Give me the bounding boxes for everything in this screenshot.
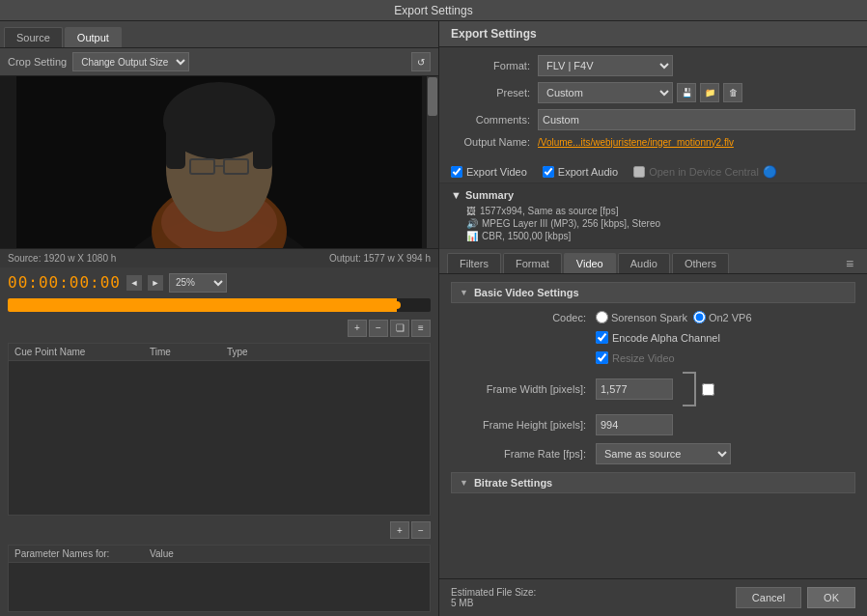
left-panel: Source Output Crop Setting Change Output… — [0, 21, 439, 616]
bitrate-collapse-icon[interactable]: ▼ — [460, 478, 468, 488]
remove-param-button[interactable]: − — [411, 521, 431, 539]
preview-image — [16, 76, 422, 248]
prev-frame-button[interactable]: ◄ — [126, 275, 142, 291]
cue-col-time-header: Time — [144, 347, 221, 357]
output-name-label: Output Name: — [451, 136, 538, 148]
source-dimensions: Source: 1920 w X 1080 h — [8, 253, 116, 264]
tab-format[interactable]: Format — [503, 253, 562, 273]
output-name-row: Output Name: /Volume...its/webjuristene/… — [451, 136, 855, 148]
estimated-label: Estimated File Size: — [451, 587, 536, 598]
next-frame-button[interactable]: ► — [148, 275, 163, 291]
more-cue-button[interactable]: ≡ — [411, 320, 431, 337]
progress-fill — [8, 298, 397, 312]
encode-alpha-label: Encode Alpha Channel — [612, 332, 720, 344]
resize-video-checkbox[interactable] — [596, 351, 608, 364]
preview-scrollbar[interactable] — [427, 76, 438, 248]
duplicate-cue-button[interactable]: ❑ — [390, 320, 409, 337]
param-header: Parameter Names for: Value — [9, 546, 430, 563]
tab-filters[interactable]: Filters — [447, 253, 501, 273]
delete-preset-button[interactable]: 🗑 — [723, 83, 742, 102]
format-control: FLV | F4V — [538, 55, 855, 76]
cue-table: Cue Point Name Time Type — [8, 343, 431, 517]
summary-item-1: 🔊 MPEG Layer III (MP3), 256 [kbps], Ster… — [451, 217, 855, 230]
tab-output[interactable]: Output — [65, 27, 122, 47]
frame-rate-label: Frame Rate [fps]: — [451, 448, 596, 460]
add-cue-button[interactable]: + — [348, 320, 367, 337]
title-bar: Export Settings — [0, 0, 867, 21]
basic-video-collapse-icon[interactable]: ▼ — [460, 288, 468, 297]
tab-options-button[interactable]: ≡ — [840, 254, 859, 273]
tab-video[interactable]: Video — [564, 253, 616, 273]
device-central-icon: 🔵 — [763, 165, 777, 179]
encode-alpha-checkbox[interactable] — [596, 331, 608, 344]
preset-dropdown[interactable]: Custom — [538, 82, 673, 103]
folder-preset-button[interactable]: 📁 — [700, 83, 719, 102]
link-bracket — [683, 372, 696, 406]
timecode-display: 00:00:00:00 — [8, 273, 121, 292]
frame-width-row: Frame Width [pixels]: — [451, 372, 855, 406]
frame-width-input[interactable] — [596, 378, 673, 400]
codec-label: Codec: — [451, 312, 596, 323]
tab-others[interactable]: Others — [672, 253, 729, 273]
format-row: Format: FLV | F4V — [451, 55, 855, 76]
codec-sorenson-radio[interactable] — [596, 311, 608, 323]
bitrate-title: Bitrate Settings — [474, 477, 552, 489]
svg-rect-12 — [16, 76, 422, 248]
crop-reset-button[interactable]: ↺ — [411, 52, 431, 71]
open-device-checkbox-item: Open in Device Central 🔵 — [633, 165, 777, 179]
tab-audio[interactable]: Audio — [618, 253, 670, 273]
tab-bar: Source Output — [0, 21, 438, 48]
tab-source[interactable]: Source — [4, 27, 63, 47]
output-name-link[interactable]: /Volume...its/webjuristene/inger_motionn… — [538, 137, 734, 148]
format-dropdown[interactable]: FLV | F4V — [538, 55, 673, 76]
ok-button[interactable]: OK — [807, 587, 855, 608]
frame-height-label: Frame Height [pixels]: — [451, 419, 596, 431]
comments-control — [538, 109, 855, 130]
output-dimensions: Output: 1577 w X 994 h — [329, 253, 431, 264]
frame-height-input[interactable] — [596, 414, 673, 435]
codec-control: Sorenson Spark On2 VP6 — [596, 311, 752, 323]
export-video-checkbox[interactable] — [451, 166, 462, 178]
link-dimensions-checkbox[interactable] — [702, 383, 714, 396]
comments-label: Comments: — [451, 114, 538, 126]
right-panel: Export Settings Format: FLV | F4V Preset… — [439, 21, 867, 616]
summary-collapse-icon: ▼ — [451, 189, 461, 201]
frame-rate-row: Frame Rate [fps]: Same as source — [451, 443, 855, 464]
preview-svg — [16, 76, 422, 248]
frame-height-control — [596, 414, 673, 435]
frame-height-row: Frame Height [pixels]: — [451, 414, 855, 435]
table-btn-row: + − — [0, 519, 438, 541]
video-settings-panel: ▼ Basic Video Settings Codec: Sorenson S… — [439, 274, 867, 578]
codec-on2-item: On2 VP6 — [693, 311, 752, 323]
resize-video-control: Resize Video — [596, 351, 675, 364]
preview-scrollbar-thumb — [428, 77, 437, 116]
encode-alpha-row: Encode Alpha Channel — [451, 331, 855, 344]
add-param-button[interactable]: + — [390, 521, 409, 539]
zoom-select[interactable]: 25% — [169, 273, 227, 293]
codec-on2-radio[interactable] — [693, 311, 706, 323]
progress-track[interactable] — [8, 298, 431, 312]
cue-col-name-header: Cue Point Name — [9, 347, 144, 357]
settings-tabs-bar: Filters Format Video Audio Others ≡ — [439, 249, 867, 274]
export-audio-checkbox[interactable] — [543, 166, 554, 178]
codec-sorenson-item: Sorenson Spark — [596, 311, 687, 323]
save-preset-button[interactable]: 💾 — [677, 83, 696, 102]
estimated-value: 5 MB — [451, 598, 536, 608]
progress-handle[interactable] — [393, 301, 401, 309]
timecode-bar: 00:00:00:00 ◄ ► 25% — [0, 267, 438, 298]
cancel-button[interactable]: Cancel — [736, 587, 801, 608]
export-video-checkbox-item: Export Video — [451, 166, 527, 178]
frame-rate-dropdown[interactable]: Same as source — [596, 443, 731, 464]
crop-label: Crop Setting — [8, 56, 67, 68]
crop-select[interactable]: Change Output Size — [72, 52, 189, 71]
output-name-control: /Volume...its/webjuristene/inger_motionn… — [538, 137, 855, 148]
comments-input[interactable] — [538, 109, 855, 130]
summary-title: ▼ Summary — [451, 189, 855, 201]
encode-alpha-checkbox-item: Encode Alpha Channel — [596, 331, 720, 344]
bitrate-section-header: ▼ Bitrate Settings — [451, 472, 855, 493]
comments-row: Comments: — [451, 109, 855, 130]
remove-cue-button[interactable]: − — [369, 320, 388, 337]
preset-control: Custom 💾 📁 🗑 — [538, 82, 855, 103]
form-area: Format: FLV | F4V Preset: Custom 💾 📁 🗑 — [439, 47, 867, 161]
action-buttons: Cancel OK — [736, 587, 855, 608]
